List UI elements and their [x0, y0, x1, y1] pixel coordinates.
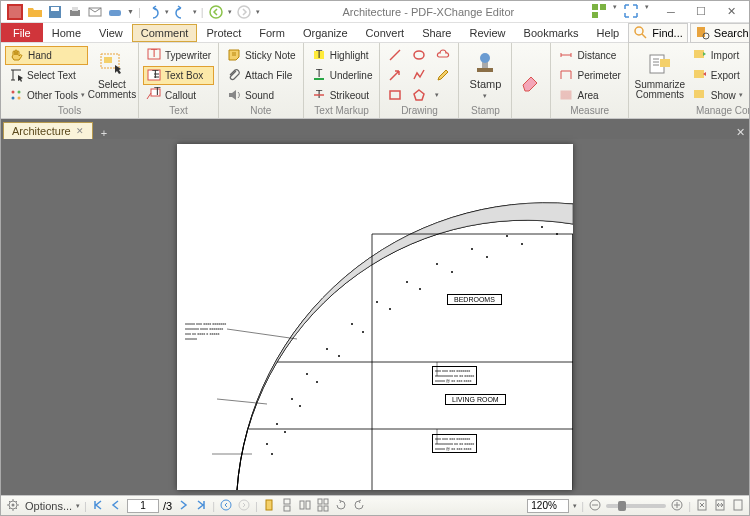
pencil-button[interactable]	[432, 66, 454, 85]
callout-button[interactable]: TCallout	[143, 86, 214, 105]
tab-share[interactable]: Share	[413, 24, 460, 42]
svg-point-17	[18, 91, 21, 94]
save-icon[interactable]	[47, 4, 63, 20]
tab-home[interactable]: Home	[43, 24, 90, 42]
rotate-cw-button[interactable]	[352, 498, 366, 514]
cloud-button[interactable]	[432, 46, 454, 65]
perimeter-button[interactable]: Perimeter	[555, 66, 623, 85]
drawing-more-button[interactable]: ▾	[432, 86, 454, 105]
stamp-button[interactable]: Stamp ▾	[463, 45, 507, 105]
redo-icon[interactable]	[173, 4, 189, 20]
export-button[interactable]: Export	[689, 66, 746, 85]
minimize-button[interactable]: ─	[657, 3, 685, 21]
tab-protect[interactable]: Protect	[197, 24, 250, 42]
sticky-note-button[interactable]: Sticky Note	[223, 46, 299, 65]
select-text-button[interactable]: Select Text	[5, 66, 88, 85]
options-gear-icon[interactable]	[5, 497, 21, 515]
first-page-button[interactable]	[91, 498, 105, 514]
show-button[interactable]: Show▾	[689, 86, 746, 105]
strikeout-button[interactable]: TStrikeout	[308, 86, 376, 105]
sound-button[interactable]: Sound	[223, 86, 299, 105]
svg-point-55	[376, 301, 378, 303]
nav-forward-icon[interactable]	[236, 4, 252, 20]
ribbon: Hand Select Text Other Tools▾ Select Com…	[1, 43, 749, 119]
oval-button[interactable]	[408, 46, 430, 65]
arrow-button[interactable]	[384, 66, 406, 85]
zoom-input[interactable]	[527, 499, 569, 513]
add-tab-button[interactable]: +	[97, 127, 111, 139]
highlight-button[interactable]: THighlight	[308, 46, 376, 65]
layout-facing-cont-button[interactable]	[316, 498, 330, 514]
quick-access-toolbar: ▼ | ▾ ▾ | ▾ ▾	[1, 4, 266, 20]
nav-fwd-dropdown-icon[interactable]: ▾	[256, 8, 260, 16]
rectangle-button[interactable]	[384, 86, 406, 105]
close-button[interactable]: ✕	[717, 3, 745, 21]
zoom-actual-button[interactable]	[731, 498, 745, 514]
undo-dropdown-icon[interactable]: ▾	[165, 8, 169, 16]
open-icon[interactable]	[27, 4, 43, 20]
distance-button[interactable]: Distance	[555, 46, 623, 65]
polygon-button[interactable]	[408, 86, 430, 105]
prev-page-button[interactable]	[109, 498, 123, 514]
tab-review[interactable]: Review	[460, 24, 514, 42]
qat-dropdown-icon[interactable]: ▼	[127, 8, 134, 15]
typewriter-button[interactable]: TTypewriter	[143, 46, 214, 65]
zoom-slider[interactable]	[606, 504, 666, 508]
other-tools-button[interactable]: Other Tools▾	[5, 86, 88, 105]
svg-point-70	[486, 256, 488, 258]
file-tab[interactable]: File	[1, 23, 43, 42]
tab-bookmarks[interactable]: Bookmarks	[515, 24, 588, 42]
hand-button[interactable]: Hand	[5, 46, 88, 65]
find-button[interactable]: Find...	[628, 23, 688, 43]
zoom-in-button[interactable]	[670, 498, 684, 514]
tab-close-icon[interactable]: ✕	[76, 126, 84, 136]
summarize-comments-button[interactable]: Summarize Comments	[633, 45, 687, 105]
search-button[interactable]: Search...	[690, 23, 750, 43]
launch-icon[interactable]	[623, 3, 639, 21]
eraser-button[interactable]	[516, 45, 546, 117]
attach-file-button[interactable]: Attach File	[223, 66, 299, 85]
email-icon[interactable]	[87, 4, 103, 20]
tab-comment[interactable]: Comment	[132, 24, 198, 42]
layout-facing-button[interactable]	[298, 498, 312, 514]
last-page-button[interactable]	[194, 498, 208, 514]
print-icon[interactable]	[67, 4, 83, 20]
fit-page-button[interactable]	[695, 498, 709, 514]
scan-icon[interactable]	[107, 4, 123, 20]
maximize-button[interactable]: ☐	[687, 3, 715, 21]
text-box-button[interactable]: TText Box	[143, 66, 214, 85]
tab-view[interactable]: View	[90, 24, 132, 42]
nav-back-icon[interactable]	[208, 4, 224, 20]
tab-form[interactable]: Form	[250, 24, 294, 42]
zoom-dropdown-icon[interactable]: ▾	[573, 502, 577, 510]
tab-organize[interactable]: Organize	[294, 24, 357, 42]
nav-back-dropdown-icon[interactable]: ▾	[228, 8, 232, 16]
tab-help[interactable]: Help	[588, 24, 629, 42]
line-button[interactable]	[384, 46, 406, 65]
next-page-button[interactable]	[176, 498, 190, 514]
pdf-page[interactable]: BEDROOMS LIVING ROOM xxx xxx xxx xxxxxxx…	[177, 144, 573, 490]
undo-icon[interactable]	[145, 4, 161, 20]
document-tab[interactable]: Architecture✕	[3, 122, 93, 139]
svg-point-86	[239, 500, 249, 510]
svg-rect-14	[697, 27, 705, 37]
fit-width-button[interactable]	[713, 498, 727, 514]
select-comments-button[interactable]: Select Comments	[90, 45, 134, 105]
close-all-tabs-icon[interactable]: ✕	[736, 126, 745, 139]
page-total: /3	[163, 500, 172, 512]
rotate-ccw-button[interactable]	[334, 498, 348, 514]
nav-prev-view-button[interactable]	[219, 498, 233, 514]
area-button[interactable]: Area	[555, 86, 623, 105]
underline-button[interactable]: TUnderline	[308, 66, 376, 85]
nav-next-view-button[interactable]	[237, 498, 251, 514]
zoom-out-button[interactable]	[588, 498, 602, 514]
layout-single-button[interactable]	[262, 498, 276, 514]
tab-convert[interactable]: Convert	[357, 24, 414, 42]
redo-dropdown-icon[interactable]: ▾	[193, 8, 197, 16]
layout-continuous-button[interactable]	[280, 498, 294, 514]
import-button[interactable]: Import	[689, 46, 746, 65]
ui-options-icon[interactable]	[591, 3, 607, 21]
options-button[interactable]: Options...	[25, 500, 72, 512]
polyline-button[interactable]	[408, 66, 430, 85]
page-input[interactable]	[127, 499, 159, 513]
